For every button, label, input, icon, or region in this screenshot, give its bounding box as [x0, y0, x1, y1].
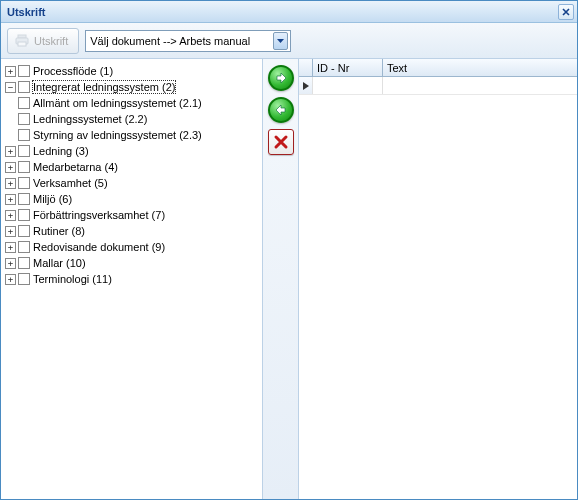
- tree-node[interactable]: +Mallar (10): [3, 255, 260, 271]
- tree-checkbox[interactable]: [18, 113, 30, 125]
- expand-icon[interactable]: +: [5, 226, 16, 237]
- tree-node[interactable]: +Processflöde (1): [3, 63, 260, 79]
- chevron-down-icon: [277, 39, 284, 43]
- tree-node-label[interactable]: Miljö (6): [32, 193, 73, 205]
- tree-node[interactable]: Allmänt om ledningssystemet (2.1): [3, 95, 260, 111]
- remove-button[interactable]: [268, 97, 294, 123]
- expand-icon: [5, 98, 16, 109]
- action-pane: [263, 59, 299, 499]
- tree-node[interactable]: +Terminologi (11): [3, 271, 260, 287]
- expand-icon[interactable]: +: [5, 274, 16, 285]
- expand-icon[interactable]: +: [5, 258, 16, 269]
- tree-node-label[interactable]: Integrerat ledningssystem (2): [32, 80, 176, 94]
- grid-header-id[interactable]: ID - Nr: [313, 59, 383, 76]
- toolbar: Utskrift Välj dokument --> Arbets manual: [1, 23, 577, 59]
- print-window: Utskrift Utskrift Välj dokument --> Arbe…: [0, 0, 578, 500]
- tree-node-label[interactable]: Styrning av ledningssystemet (2.3): [32, 129, 203, 141]
- document-tree[interactable]: +Processflöde (1)−Integrerat ledningssys…: [3, 63, 260, 287]
- tree-node[interactable]: +Förbättringsverksamhet (7): [3, 207, 260, 223]
- current-row-icon: [303, 82, 309, 90]
- tree-node[interactable]: +Ledning (3): [3, 143, 260, 159]
- tree-checkbox[interactable]: [18, 145, 30, 157]
- tree-node[interactable]: +Rutiner (8): [3, 223, 260, 239]
- svg-rect-2: [18, 42, 26, 46]
- cell-text[interactable]: [383, 77, 577, 94]
- tree-checkbox[interactable]: [18, 97, 30, 109]
- tree-node[interactable]: +Verksamhet (5): [3, 175, 260, 191]
- document-dropdown[interactable]: Välj dokument --> Arbets manual: [85, 30, 291, 52]
- tree-checkbox[interactable]: [18, 161, 30, 173]
- body: +Processflöde (1)−Integrerat ledningssys…: [1, 59, 577, 499]
- add-button[interactable]: [268, 65, 294, 91]
- titlebar: Utskrift: [1, 1, 577, 23]
- tree-pane[interactable]: +Processflöde (1)−Integrerat ledningssys…: [1, 59, 263, 499]
- expand-icon[interactable]: +: [5, 162, 16, 173]
- tree-node[interactable]: +Miljö (6): [3, 191, 260, 207]
- printer-icon: [14, 33, 30, 49]
- expand-icon[interactable]: +: [5, 242, 16, 253]
- tree-node[interactable]: +Medarbetarna (4): [3, 159, 260, 175]
- expand-icon[interactable]: +: [5, 66, 16, 77]
- tree-node[interactable]: +Redovisande dokument (9): [3, 239, 260, 255]
- dropdown-value: Välj dokument --> Arbets manual: [90, 35, 250, 47]
- delete-button[interactable]: [268, 129, 294, 155]
- tree-node-label[interactable]: Mallar (10): [32, 257, 87, 269]
- close-button[interactable]: [558, 4, 574, 20]
- tree-checkbox[interactable]: [18, 257, 30, 269]
- grid-header-text[interactable]: Text: [383, 59, 577, 76]
- grid-header-rowselector[interactable]: [299, 59, 313, 76]
- grid-header: ID - Nr Text: [299, 59, 577, 77]
- x-icon: [273, 134, 289, 150]
- tree-node-label[interactable]: Förbättringsverksamhet (7): [32, 209, 166, 221]
- cell-id[interactable]: [313, 77, 383, 94]
- tree-node-label[interactable]: Medarbetarna (4): [32, 161, 119, 173]
- tree-node-label[interactable]: Verksamhet (5): [32, 177, 109, 189]
- tree-checkbox[interactable]: [18, 81, 30, 93]
- close-icon: [562, 8, 570, 16]
- tree-node-label[interactable]: Processflöde (1): [32, 65, 114, 77]
- tree-node-label[interactable]: Ledningssystemet (2.2): [32, 113, 148, 125]
- tree-checkbox[interactable]: [18, 177, 30, 189]
- tree-checkbox[interactable]: [18, 241, 30, 253]
- tree-node-label[interactable]: Allmänt om ledningssystemet (2.1): [32, 97, 203, 109]
- arrow-right-icon: [274, 71, 288, 85]
- expand-icon[interactable]: +: [5, 178, 16, 189]
- row-indicator[interactable]: [299, 77, 313, 94]
- tree-node-label[interactable]: Ledning (3): [32, 145, 90, 157]
- expand-icon: [5, 130, 16, 141]
- print-button[interactable]: Utskrift: [7, 28, 79, 54]
- grid-pane: ID - Nr Text: [299, 59, 577, 499]
- tree-node-label[interactable]: Redovisande dokument (9): [32, 241, 166, 253]
- collapse-icon[interactable]: −: [5, 82, 16, 93]
- tree-node-label[interactable]: Terminologi (11): [32, 273, 113, 285]
- expand-icon[interactable]: +: [5, 146, 16, 157]
- tree-checkbox[interactable]: [18, 225, 30, 237]
- tree-node[interactable]: Styrning av ledningssystemet (2.3): [3, 127, 260, 143]
- window-title: Utskrift: [7, 6, 46, 18]
- expand-icon: [5, 114, 16, 125]
- tree-checkbox[interactable]: [18, 209, 30, 221]
- tree-checkbox[interactable]: [18, 193, 30, 205]
- tree-node-label[interactable]: Rutiner (8): [32, 225, 86, 237]
- tree-node[interactable]: −Integrerat ledningssystem (2): [3, 79, 260, 95]
- dropdown-arrow[interactable]: [273, 32, 288, 50]
- tree-checkbox[interactable]: [18, 273, 30, 285]
- tree-checkbox[interactable]: [18, 129, 30, 141]
- tree-node[interactable]: Ledningssystemet (2.2): [3, 111, 260, 127]
- print-button-label: Utskrift: [34, 35, 68, 47]
- arrow-left-icon: [274, 103, 288, 117]
- expand-icon[interactable]: +: [5, 194, 16, 205]
- grid-body[interactable]: [299, 77, 577, 499]
- table-row[interactable]: [299, 77, 577, 95]
- expand-icon[interactable]: +: [5, 210, 16, 221]
- tree-checkbox[interactable]: [18, 65, 30, 77]
